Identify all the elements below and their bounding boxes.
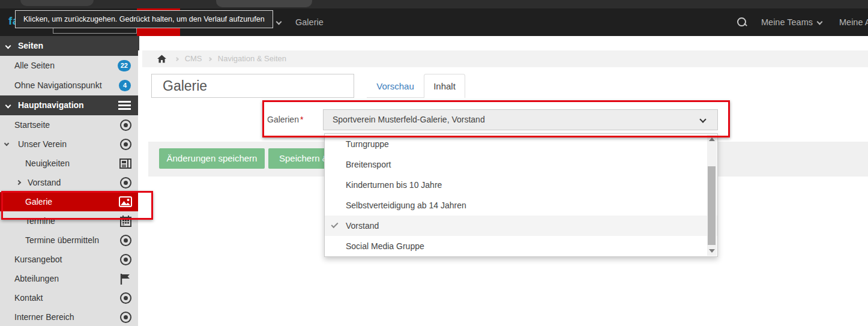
dropdown-option-social-media[interactable]: Social Media Gruppe [325, 236, 717, 256]
galerien-dropdown-list: Turngruppe Breitensport Kinderturnen bis… [324, 133, 718, 257]
sidebar-item-interner-bereich[interactable]: Interner Bereich [0, 307, 138, 326]
sidebar-item-termine-uebermitteln[interactable]: Termine übermitteln [0, 231, 138, 250]
sidebar-item-termine[interactable]: Termine [0, 211, 138, 231]
radio-icon [119, 118, 132, 131]
dropdown-option-turngruppe[interactable]: Turngruppe [325, 134, 717, 154]
sidebar-item-neuigkeiten[interactable]: Neuigkeiten [0, 154, 138, 173]
chevron-down-icon [5, 103, 11, 109]
sidebar-item-galerie[interactable]: Galerie [0, 192, 138, 211]
sidebar-edge [138, 36, 139, 50]
sidebar-item-abteilungen[interactable]: Abteilungen [0, 269, 138, 288]
browser-toolbar-shape [20, 0, 94, 6]
count-badge: 22 [118, 60, 131, 71]
breadcrumb-separator [175, 57, 179, 61]
breadcrumb: CMS Navigation & Seiten [142, 50, 868, 67]
sidebar-item-alle-seiten[interactable]: Alle Seiten 22 [0, 56, 138, 76]
flag-icon [119, 272, 132, 285]
scroll-up-icon[interactable] [709, 137, 715, 141]
breadcrumb-separator [208, 57, 212, 61]
image-icon [119, 195, 132, 208]
radio-icon [119, 310, 132, 324]
browser-toolbar-shape [216, 0, 312, 7]
sidebar-item-kursangebot[interactable]: Kursangebot [0, 250, 138, 269]
tab-inhalt[interactable]: Inhalt [424, 74, 465, 98]
dropdown-option-selbstverteidigung[interactable]: Selbstverteidigung ab 14 Jahren [325, 195, 717, 216]
browser-chrome [0, 0, 868, 8]
sidebar-item-ohne-navigationspunkt[interactable]: Ohne Navigationspunkt 4 [0, 76, 138, 95]
tab-vorschau[interactable]: Vorschau [367, 74, 424, 98]
radio-icon [119, 176, 132, 189]
chevron-down-icon [699, 116, 706, 122]
topnav-galerie[interactable]: Galerie [295, 8, 324, 36]
galerien-label: Galerien* [267, 115, 303, 124]
sidebar-item-kontakt[interactable]: Kontakt [0, 288, 138, 307]
checkmark-icon [331, 221, 338, 228]
radio-icon [119, 137, 132, 151]
topnav-meine-teams[interactable]: Meine Teams [761, 8, 822, 36]
dropdown-option-vorstand[interactable]: Vorstand [325, 216, 717, 236]
chevron-down-icon[interactable] [4, 141, 9, 146]
scrollbar-thumb[interactable] [708, 166, 716, 245]
breadcrumb-navigation-seiten: Navigation & Seiten [218, 54, 286, 63]
chevron-down-icon [276, 19, 282, 25]
chevron-down-icon [817, 19, 823, 25]
sidebar-section-seiten[interactable]: Seiten [0, 36, 138, 56]
screenshot-root: fangate WEBSEITE CMS Artikel Kalender Ga… [0, 0, 868, 326]
news-icon [119, 157, 132, 170]
calendar-icon [119, 214, 132, 228]
sidebar-section-hauptnavigation[interactable]: Hauptnavigation [0, 95, 138, 115]
radio-icon [119, 253, 132, 266]
chevron-down-icon [5, 43, 11, 49]
breadcrumb-cms[interactable]: CMS [185, 54, 202, 63]
sidebar-item-startseite[interactable]: Startseite [0, 115, 138, 134]
count-badge: 4 [119, 80, 131, 91]
chevron-right-icon[interactable] [16, 180, 21, 185]
topnav-meine-clipped[interactable]: Meine A [839, 8, 868, 36]
sidebar: Seiten Alle Seiten 22 Ohne Navigationspu… [0, 36, 138, 326]
sidebar-item-vorstand[interactable]: Vorstand [0, 173, 138, 192]
radio-icon [119, 291, 132, 304]
required-asterisk: * [300, 115, 303, 124]
sidebar-item-unser-verein[interactable]: Unser Verein [0, 134, 138, 154]
page-title-input[interactable]: Galerie [151, 74, 354, 98]
galerien-select[interactable]: Sportverein Musterfeld-Galerie, Vorstand [323, 109, 718, 130]
menu-icon[interactable] [118, 101, 131, 110]
back-button-tooltip: Klicken, um zurückzugehen. Gedrückt halt… [15, 10, 273, 28]
home-icon[interactable] [157, 55, 166, 63]
save-changes-button[interactable]: Änderungen speichern [159, 148, 265, 169]
radio-icon [119, 234, 132, 247]
dropdown-scrollbar[interactable] [707, 134, 717, 256]
search-icon[interactable] [737, 17, 748, 28]
dropdown-option-kinderturnen[interactable]: Kinderturnen bis 10 Jahre [325, 175, 717, 195]
dropdown-option-breitensport[interactable]: Breitensport [325, 154, 717, 175]
scroll-down-icon[interactable] [709, 249, 715, 253]
